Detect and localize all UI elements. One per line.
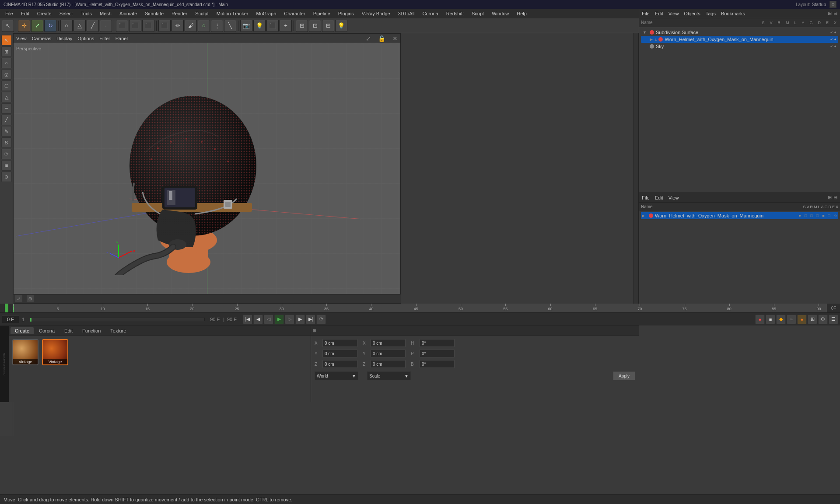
list-btn[interactable]: ☰ [829, 315, 838, 324]
motion-btn[interactable]: ≈ [787, 315, 796, 324]
vp-panel-menu[interactable]: Panel [116, 36, 128, 41]
obj-icon-dot-helmet[interactable]: ● [834, 37, 836, 42]
vp-options-menu[interactable]: Options [77, 36, 94, 41]
coord-input-p[interactable]: 0° [420, 350, 455, 357]
left-tool-7[interactable]: ╱ [1, 115, 12, 125]
info-button[interactable]: 💡 [335, 20, 347, 32]
viewport-canvas[interactable]: X Y Z Grid Spacing : 10 cm [14, 43, 400, 303]
layout-settings-btn[interactable]: ⚙ [830, 1, 836, 8]
coord-input-b[interactable]: 0° [420, 360, 455, 368]
snap-button[interactable]: ⊡ [309, 20, 321, 32]
right-edge-scroll[interactable] [634, 33, 639, 304]
record-btn[interactable]: ● [755, 315, 765, 324]
timeline-scrubber[interactable] [30, 318, 205, 321]
menu-item-sculpt[interactable]: Sculpt [192, 10, 212, 17]
menu-item-v-ray-bridge[interactable]: V-Ray Bridge [358, 10, 394, 17]
left-tool-5[interactable]: △ [1, 92, 12, 102]
left-tool-0[interactable]: ↖ [1, 35, 12, 46]
left-tool-8[interactable]: ✎ [1, 126, 12, 136]
key-btn[interactable]: ◆ [776, 315, 786, 324]
viewport[interactable]: View Cameras Display Options Filter Pane… [13, 33, 401, 304]
vp-expand-btn[interactable]: ⤢ [15, 295, 23, 303]
floor-button[interactable]: ⬛ [266, 20, 279, 32]
obj-subdivision-surface[interactable]: ▼ Subdivision Surface ✓ ● [641, 29, 838, 36]
tab-function[interactable]: Function [78, 327, 105, 334]
vp-display-menu[interactable]: Display [56, 36, 72, 41]
render-button[interactable]: ⬛ [129, 20, 141, 32]
render-settings-button[interactable]: ⬛ [142, 20, 154, 32]
mat-icon-2[interactable]: ⊟ [833, 195, 837, 200]
obj-icon-1[interactable]: ⊞ [828, 10, 832, 16]
coord-input-z-size[interactable]: 0 cm [371, 360, 406, 368]
obj-sky[interactable]: Sky ✓ ● [641, 43, 838, 50]
apply-button[interactable]: Apply [613, 371, 635, 380]
menu-item-corona[interactable]: Corona [419, 10, 442, 17]
vp-filter-menu[interactable]: Filter [99, 36, 110, 41]
left-tool-6[interactable]: ☰ [1, 103, 12, 114]
coord-input-x-size[interactable]: 0 cm [371, 339, 406, 347]
obj-helmet[interactable]: ▶ L Worn_Helmet_with_Oxygen_Mask_on_Mann… [641, 36, 838, 43]
vp-view-menu[interactable]: View [16, 36, 27, 41]
tab-create[interactable]: Create [10, 327, 34, 334]
menu-item-mograph[interactable]: MoGraph [252, 10, 280, 17]
paint-button[interactable]: 🖌 [185, 20, 197, 32]
menu-item-mesh[interactable]: Mesh [96, 10, 115, 17]
left-tool-4[interactable]: ⬡ [1, 80, 12, 91]
stop-btn[interactable]: ■ [766, 315, 775, 324]
vp-expand-icon[interactable]: ⤢ [366, 35, 371, 42]
timeline-ruler[interactable]: 0 5 10 15 20 25 30 35 40 45 50 55 60 65 … [13, 304, 827, 312]
scale-dropdown[interactable]: Scale ▼ [367, 371, 411, 380]
menu-item-redshift[interactable]: Redshift [443, 10, 467, 17]
obj-file-menu[interactable]: File [642, 11, 650, 16]
coord-input-y-pos[interactable]: 0 cm [322, 350, 357, 357]
mode-btn[interactable]: ● [797, 315, 807, 324]
obj-icon-2[interactable]: ⊟ [833, 10, 837, 16]
material-swatch-1[interactable]: Vintage [12, 339, 38, 365]
line-tool-button[interactable]: ╲ [224, 20, 236, 32]
loop-btn[interactable]: ⟳ [316, 315, 326, 324]
obj-icon-dot-sky[interactable]: ● [834, 44, 836, 49]
cube-button[interactable]: ⬛ [158, 20, 171, 32]
coord-input-x-pos[interactable]: 0 cm [322, 339, 357, 347]
tab-texture[interactable]: Texture [106, 327, 130, 334]
sculpt-button[interactable]: ⋮ [211, 20, 223, 32]
mat-edit-menu[interactable]: Edit [655, 195, 663, 200]
select-tool-button[interactable]: ↖ [2, 20, 14, 32]
menu-item-file[interactable]: File [2, 10, 17, 17]
camera-button[interactable]: 📷 [240, 20, 252, 32]
tab-corona[interactable]: Corona [35, 327, 59, 334]
left-tool-11[interactable]: ≋ [1, 160, 12, 171]
left-tool-1[interactable]: ⊞ [1, 46, 12, 57]
goto-end-btn[interactable]: ▶| [306, 315, 315, 324]
rotate-tool-button[interactable]: ↻ [44, 20, 56, 32]
coord-input-z-pos[interactable]: 0 cm [322, 360, 357, 368]
render-region-button[interactable]: ⬛ [116, 20, 128, 32]
menu-item-tools[interactable]: Tools [77, 10, 95, 17]
coord-input-y-size[interactable]: 0 cm [371, 350, 406, 357]
prev-key-btn[interactable]: ◁ [264, 315, 273, 324]
null-button[interactable]: + [280, 20, 292, 32]
left-tool-9[interactable]: S [1, 137, 12, 148]
obj-bookmarks-menu[interactable]: Bookmarks [721, 11, 745, 16]
world-dropdown[interactable]: World ▼ [315, 371, 358, 380]
obj-view-menu[interactable]: View [668, 11, 679, 16]
material-swatch-2[interactable]: Vintage [42, 339, 68, 365]
anim-mode-btn[interactable]: ⊞ [808, 315, 817, 324]
material-button[interactable]: ○ [198, 20, 210, 32]
point-mode-button[interactable]: · [100, 20, 112, 32]
menu-item-simulate[interactable]: Simulate [141, 10, 167, 17]
left-tool-2[interactable]: ○ [1, 58, 12, 68]
obj-icon-dot-subdiv[interactable]: ● [834, 30, 836, 35]
obj-edit-menu[interactable]: Edit [655, 11, 663, 16]
coord-input-h[interactable]: 0° [420, 339, 455, 347]
move-tool-button[interactable]: ✛ [18, 20, 30, 32]
menu-item-help[interactable]: Help [513, 10, 530, 17]
anim-settings-btn[interactable]: ⚙ [818, 315, 828, 324]
vp-lock-icon[interactable]: 🔒 [378, 35, 385, 42]
mat-view-menu[interactable]: View [668, 195, 679, 200]
vp-cameras-menu[interactable]: Cameras [32, 36, 52, 41]
menu-item-character[interactable]: Character [280, 10, 308, 17]
next-frame-btn[interactable]: ▶ [295, 315, 305, 324]
menu-item-create[interactable]: Create [34, 10, 55, 17]
left-tool-12[interactable]: ⊙ [1, 172, 12, 182]
